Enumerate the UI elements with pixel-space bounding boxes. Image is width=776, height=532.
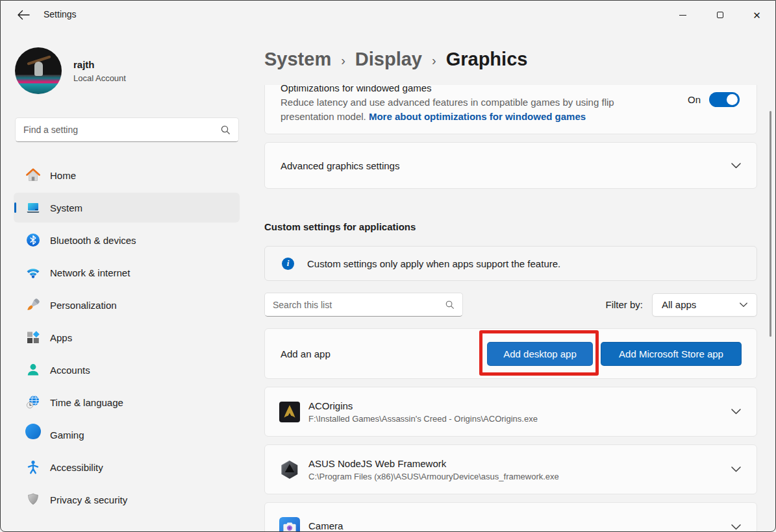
account-type: Local Account [73, 73, 126, 83]
chevron-down-icon [731, 466, 741, 472]
add-an-app-label: Add an app [281, 348, 487, 359]
filter-dropdown[interactable]: All apps [652, 293, 757, 317]
app-row-asus-framework[interactable]: ASUS NodeJS Web Framework C:\Program Fil… [264, 444, 757, 494]
sidebar-item-bluetooth-devices[interactable]: Bluetooth & devices [14, 225, 240, 255]
sidebar-item-home[interactable]: Home [14, 160, 240, 190]
sidebar: rajth Local Account Home System Bluetoot… [1, 29, 254, 531]
main-panel: System › Display › Graphics Optimization… [254, 29, 775, 531]
filter-selected-value: All apps [662, 299, 696, 310]
sidebar-item-label: Apps [50, 332, 72, 343]
system-icon [25, 200, 41, 215]
app-row-camera[interactable]: Camera [264, 502, 757, 531]
titlebar: Settings ✕ [1, 1, 775, 29]
chevron-down-icon [731, 409, 741, 415]
chevron-down-icon [740, 302, 747, 308]
brush-icon [25, 297, 41, 313]
person-icon [25, 362, 41, 378]
back-arrow-icon [17, 10, 30, 20]
shield-icon [25, 492, 41, 507]
search-icon [220, 125, 231, 135]
bluetooth-icon [25, 232, 41, 248]
breadcrumb-separator: › [432, 51, 436, 68]
search-icon [445, 300, 455, 309]
search-this-list-input[interactable] [273, 300, 445, 310]
app-name: ASUS NodeJS Web Framework [308, 458, 731, 469]
asus-app-icon [279, 459, 300, 480]
toggle-knob [727, 94, 738, 105]
app-path: C:\Program Files (x86)\ASUS\ArmouryDevic… [308, 472, 731, 481]
acorigins-app-icon [279, 402, 300, 422]
apps-icon [25, 330, 41, 345]
optimizations-title: Optimizations for windowed games [281, 85, 741, 93]
close-icon: ✕ [753, 10, 761, 20]
breadcrumb-separator: › [341, 51, 345, 68]
optimizations-description: Reduce latency and use advanced features… [281, 95, 683, 124]
info-text: Custom settings only apply when apps sup… [307, 258, 560, 269]
sidebar-item-label: Privacy & security [50, 494, 127, 505]
app-path: F:\Installed Games\Assassin's Creed - Or… [308, 414, 731, 424]
sidebar-item-system[interactable]: System [14, 193, 240, 223]
sidebar-item-label: Network & internet [50, 267, 130, 278]
close-button[interactable]: ✕ [738, 1, 775, 29]
windows-update-icon [25, 424, 41, 439]
toggle-state-label: On [688, 94, 701, 105]
wifi-icon [25, 265, 41, 280]
sidebar-item-label: System [50, 202, 82, 213]
app-name: ACOrigins [308, 400, 731, 411]
sidebar-item-accessibility[interactable]: Accessibility [14, 452, 240, 482]
sidebar-nav: Home System Bluetooth & devices Network … [14, 160, 240, 517]
add-an-app-card: Add an app Add desktop app Add Microsoft… [264, 328, 757, 379]
add-microsoft-store-app-button[interactable]: Add Microsoft Store app [601, 342, 742, 366]
home-icon [25, 167, 41, 183]
globe-clock-icon [25, 394, 41, 410]
chevron-down-icon [731, 163, 741, 169]
add-desktop-app-button[interactable]: Add desktop app [487, 342, 593, 366]
accessibility-person-icon [25, 459, 41, 475]
account-section: rajth Local Account [15, 47, 126, 94]
optimizations-windowed-games-card: Optimizations for windowed games Reduce … [264, 85, 757, 134]
info-bar: i Custom settings only apply when apps s… [264, 246, 757, 281]
app-row-acorigins[interactable]: ACOrigins F:\Installed Games\Assassin's … [264, 387, 757, 437]
breadcrumb-system[interactable]: System [264, 49, 331, 70]
advanced-graphics-settings-expander[interactable]: Advanced graphics settings [264, 142, 757, 189]
maximize-button[interactable] [701, 1, 738, 29]
custom-settings-section-title: Custom settings for applications [264, 221, 757, 234]
settings-scroll-area: Optimizations for windowed games Reduce … [264, 85, 757, 531]
sidebar-item-label: Accounts [50, 365, 90, 376]
sidebar-item-personalization[interactable]: Personalization [14, 290, 240, 320]
find-setting-input[interactable] [23, 125, 220, 135]
minimize-button[interactable] [664, 1, 701, 29]
sidebar-item-label: Gaming [50, 429, 84, 441]
sidebar-item-gaming[interactable]: Gaming [14, 420, 240, 450]
sidebar-item-privacy-security[interactable]: Privacy & security [14, 485, 240, 514]
sidebar-item-label: Accessibility [50, 462, 103, 473]
back-button[interactable] [14, 7, 33, 23]
breadcrumb-display[interactable]: Display [355, 49, 422, 70]
sidebar-item-label: Home [50, 170, 76, 181]
find-setting-searchbox[interactable] [15, 117, 239, 142]
breadcrumb-graphics: Graphics [446, 49, 528, 70]
window-title: Settings [44, 9, 77, 19]
sidebar-item-time-language[interactable]: Time & language [14, 387, 240, 417]
sidebar-item-label: Bluetooth & devices [50, 235, 136, 246]
minimize-icon [679, 15, 686, 16]
vertical-scrollbar-thumb[interactable] [770, 111, 771, 337]
more-about-optimizations-link[interactable]: More about optimizations for windowed ga… [369, 111, 586, 122]
app-name: Camera [308, 520, 731, 531]
maximize-icon [717, 12, 723, 18]
breadcrumb: System › Display › Graphics [264, 49, 527, 70]
sidebar-item-accounts[interactable]: Accounts [14, 355, 240, 385]
filter-by-label: Filter by: [605, 299, 643, 310]
user-avatar [15, 47, 62, 94]
info-icon: i [282, 258, 294, 270]
advanced-graphics-title: Advanced graphics settings [281, 160, 399, 171]
list-toolbar: Filter by: All apps [264, 293, 757, 317]
optimizations-toggle[interactable] [709, 92, 740, 107]
camera-app-icon [279, 517, 300, 532]
sidebar-item-network-internet[interactable]: Network & internet [14, 258, 240, 287]
chevron-down-icon [731, 524, 741, 530]
sidebar-item-apps[interactable]: Apps [14, 322, 240, 352]
sidebar-item-label: Time & language [50, 397, 123, 408]
account-name: rajth [73, 59, 126, 70]
search-this-list-box[interactable] [264, 293, 463, 317]
